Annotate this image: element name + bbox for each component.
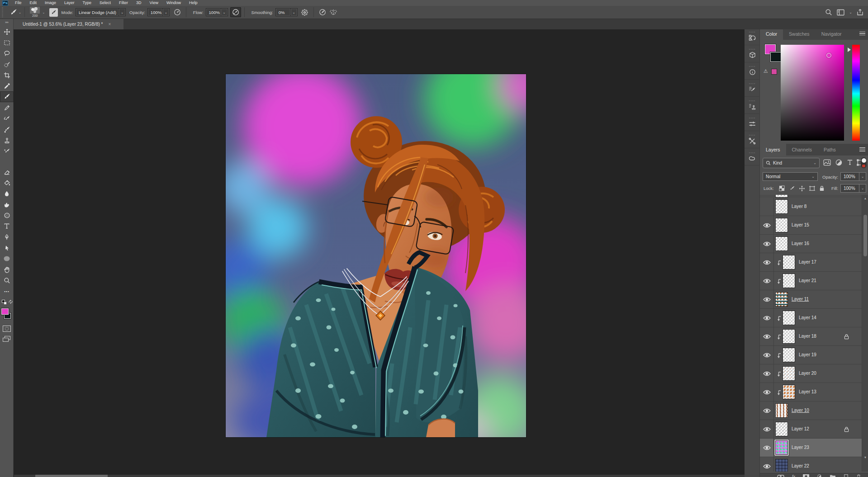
smoothing-chevron[interactable]: ⌄ [291, 8, 298, 16]
screen-mode-button[interactable] [3, 336, 11, 342]
marquee-tool[interactable] [0, 37, 14, 48]
layer-row-layer-17[interactable]: Layer 17 [760, 253, 862, 272]
layer-row-layer-10[interactable]: Layer 10 [760, 401, 862, 420]
lock-transparency-icon[interactable] [779, 185, 785, 191]
layer-thumbnail[interactable] [783, 385, 795, 399]
clone-stamp-tool[interactable] [0, 135, 14, 146]
brush-preset-picker[interactable]: 200 [30, 7, 40, 18]
layer-thumbnail[interactable] [783, 348, 795, 362]
layer-name[interactable]: Layer 19 [799, 352, 816, 357]
toggle-brush-settings-button[interactable] [49, 8, 58, 17]
flow-chevron[interactable]: ⌄ [221, 8, 228, 16]
layer-blend-mode-select[interactable]: Normal⌄ [763, 172, 818, 181]
smoothing-input[interactable]: 0% [275, 8, 291, 16]
menu-select[interactable]: Select [95, 0, 115, 6]
layer-row-layer-18[interactable]: Layer 18 [760, 327, 862, 346]
share-icon[interactable] [857, 9, 863, 16]
pen-tool[interactable] [0, 231, 14, 242]
lasso-tool[interactable] [0, 48, 14, 59]
layer-row-layer-20[interactable]: Layer 20 [760, 364, 862, 383]
layer-row-layer-23[interactable]: Layer 23 [760, 439, 862, 457]
layer-name[interactable]: Layer 12 [792, 426, 809, 431]
tab-paths[interactable]: Paths [818, 144, 842, 156]
layer-style-fx-button[interactable]: fx [792, 474, 795, 477]
blend-mode-chevron[interactable]: ⌄ [119, 8, 126, 16]
color-panel-menu-icon[interactable] [859, 32, 865, 36]
options-grip[interactable] [1, 7, 4, 17]
type-tool[interactable] [0, 221, 14, 231]
layer-name[interactable]: Layer 17 [799, 260, 816, 264]
tab-navigator[interactable]: Navigator [816, 28, 848, 40]
menu-window[interactable]: Window [162, 0, 185, 6]
color-picker-marker[interactable] [826, 53, 831, 58]
layer-thumbnail[interactable] [783, 311, 795, 325]
layer-visibility-toggle[interactable] [760, 401, 774, 420]
new-adjustment-layer-icon[interactable] [817, 474, 822, 477]
layer-row-layer-12[interactable]: Layer 12 [760, 420, 862, 439]
sponge-tool[interactable] [0, 210, 14, 221]
link-layers-icon[interactable] [777, 474, 784, 477]
toolbar-expand-button[interactable]: »» [0, 19, 13, 26]
layer-name[interactable]: Layer 22 [792, 463, 809, 468]
scroll-up-icon[interactable]: ▲ [862, 197, 868, 200]
info-panel-button[interactable] [745, 62, 760, 80]
layer-name[interactable]: Layer 8 [792, 204, 806, 209]
lock-artboard-icon[interactable] [809, 185, 816, 192]
pressure-size-button[interactable] [317, 7, 328, 17]
layer-thumbnail[interactable] [775, 292, 788, 307]
layer-name[interactable]: Layer 21 [799, 278, 816, 283]
paint-bucket-tool[interactable] [0, 177, 14, 188]
tab-channels[interactable]: Channels [786, 144, 818, 156]
layer-thumbnail[interactable] [783, 329, 795, 344]
layer-thumbnail[interactable] [775, 199, 788, 214]
eraser-tool[interactable] [0, 166, 14, 177]
layer-row-layer-14[interactable]: Layer 14 [760, 309, 862, 327]
layer-visibility-toggle[interactable] [760, 439, 774, 457]
layer-name[interactable]: Layer 20 [799, 371, 816, 376]
more-tools-button[interactable]: ••• [0, 286, 14, 297]
layer-row-layer-22[interactable]: Layer 22 [760, 457, 862, 472]
layer-name[interactable]: Layer 15 [792, 222, 809, 227]
menu-3d[interactable]: 3D [132, 0, 146, 6]
layer-row-layer-15[interactable]: Layer 15 [760, 216, 862, 235]
tab-layers[interactable]: Layers [760, 144, 786, 156]
layer-visibility-toggle[interactable] [760, 327, 774, 346]
tools-panel-button[interactable] [745, 131, 760, 148]
brush-settings-panel-button[interactable] [745, 80, 760, 97]
gamut-warning-icon[interactable]: ⚠ [764, 68, 768, 74]
default-colors-widget[interactable] [0, 299, 14, 306]
layer-row-layer-8[interactable]: Layer 8 [760, 198, 862, 216]
symmetry-button[interactable] [328, 7, 339, 17]
path-selection-tool[interactable] [0, 242, 14, 253]
layer-visibility-toggle[interactable] [760, 272, 774, 290]
layers-scrollbar-thumb[interactable] [863, 215, 867, 256]
eyedropper-tool[interactable] [0, 80, 14, 91]
clone-source-panel-button[interactable] [745, 97, 760, 114]
layer-visibility-toggle[interactable] [760, 420, 774, 439]
hue-slider[interactable] [852, 45, 860, 141]
adjustments-panel-button[interactable] [745, 114, 760, 131]
layer-opacity-chevron[interactable]: ⌄ [859, 172, 866, 181]
ellipse-tool[interactable] [0, 253, 14, 264]
crop-tool[interactable] [0, 70, 14, 80]
menu-filter[interactable]: Filter [115, 0, 132, 6]
layer-visibility-toggle[interactable] [760, 457, 774, 472]
layer-name[interactable]: Layer 18 [799, 334, 816, 339]
new-layer-icon[interactable] [844, 474, 849, 477]
layer-thumbnail[interactable] [775, 218, 788, 232]
layer-row-layer-21[interactable]: Layer 21 [760, 272, 862, 290]
layer-fill-input[interactable]: 100% [840, 184, 859, 193]
layer-filter-toggle[interactable] [861, 157, 867, 168]
brush-preset-chevron[interactable]: ⌄ [42, 10, 45, 14]
layers-scrollbar[interactable]: ▲ ▼ [862, 195, 868, 472]
horizontal-scrollbar-thumb[interactable] [35, 475, 108, 477]
foreground-color-swatch[interactable] [1, 308, 9, 315]
filter-adjustment-layers-icon[interactable] [835, 159, 842, 166]
layer-thumbnail[interactable] [775, 440, 788, 455]
layer-visibility-toggle[interactable] [760, 253, 774, 272]
document-tab[interactable]: Untitled-1 @ 53.6% (Layer 23, RGB/8) * × [14, 19, 123, 29]
add-layer-mask-icon[interactable] [803, 474, 809, 477]
zoom-tool[interactable] [0, 275, 14, 286]
brush-tool-preset-button[interactable] [8, 7, 19, 17]
filter-pixel-layers-icon[interactable] [823, 159, 831, 166]
